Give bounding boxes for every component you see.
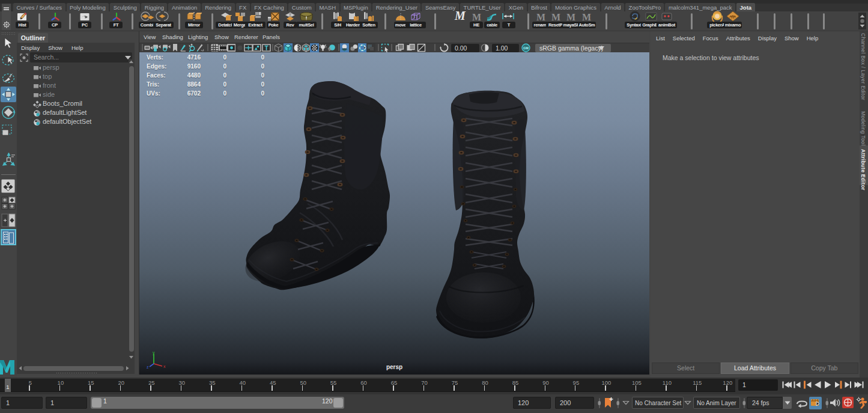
svg-text:M: M bbox=[536, 12, 545, 22]
svg-text:GM: GM bbox=[523, 46, 529, 50]
svg-text:M: M bbox=[551, 12, 560, 22]
svg-text:M: M bbox=[566, 12, 575, 22]
svg-text:M: M bbox=[454, 10, 466, 22]
svg-text:y: y bbox=[153, 350, 155, 355]
svg-text:M: M bbox=[582, 12, 591, 22]
svg-text:M: M bbox=[472, 12, 481, 22]
